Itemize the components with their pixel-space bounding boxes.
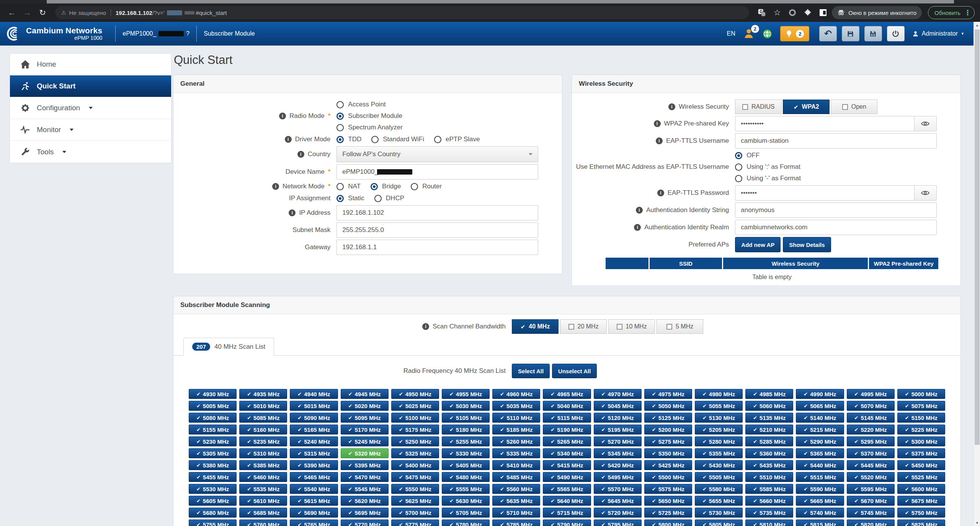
mac-format-colon[interactable]: Using ':' as Format — [735, 162, 800, 172]
frequency-button[interactable]: ✔5315 MHz — [290, 448, 338, 458]
device-name-input[interactable] — [336, 164, 538, 180]
frequency-button[interactable]: ✔4935 MHz — [239, 389, 287, 399]
frequency-button[interactable]: ✔5635 MHz — [492, 496, 540, 506]
frequency-button[interactable]: ✔5150 MHz — [897, 413, 945, 423]
frequency-button[interactable]: ✔5540 MHz — [290, 484, 338, 494]
frequency-button[interactable]: ✔5015 MHz — [290, 401, 338, 411]
frequency-button[interactable]: ✔5220 MHz — [847, 425, 895, 435]
bandwidth-5mhz-toggle[interactable]: 5 MHz — [657, 319, 703, 334]
frequency-button[interactable]: ✔5195 MHz — [594, 425, 642, 435]
bandwidth-10mhz-toggle[interactable]: 10 MHz — [608, 319, 655, 334]
info-icon[interactable]: i — [285, 136, 292, 143]
frequency-button[interactable]: ✔5170 MHz — [341, 425, 389, 435]
security-radius-toggle[interactable]: RADIUS — [735, 100, 782, 114]
frequency-button[interactable]: ✔5010 MHz — [239, 401, 287, 411]
frequency-button[interactable]: ✔5700 MHz — [391, 508, 439, 518]
frequency-button[interactable]: ✔5245 MHz — [341, 436, 389, 446]
frequency-button[interactable]: ✔5825 MHz — [897, 519, 945, 526]
frequency-button[interactable]: ✔5775 MHz — [391, 519, 439, 526]
extension-circle-icon[interactable] — [786, 6, 799, 19]
frequency-button[interactable]: ✔5520 MHz — [847, 472, 895, 482]
info-icon[interactable]: i — [279, 113, 286, 119]
frequency-button[interactable]: ✔5345 MHz — [594, 448, 642, 458]
frequency-button[interactable]: ✔5055 MHz — [695, 401, 743, 411]
show-details-button[interactable]: Show Details — [783, 237, 831, 252]
frequency-button[interactable]: ✔5805 MHz — [695, 519, 743, 526]
frequency-button[interactable]: ✔5675 MHz — [897, 496, 945, 506]
frequency-button[interactable]: ✔5695 MHz — [341, 508, 389, 518]
frequency-button[interactable]: ✔5130 MHz — [695, 413, 743, 423]
frequency-button[interactable]: ✔5230 MHz — [189, 436, 237, 446]
frequency-button[interactable]: ✔5120 MHz — [594, 413, 642, 423]
frequency-button[interactable]: ✔4945 MHz — [341, 389, 389, 399]
frequency-button[interactable]: ✔5060 MHz — [745, 401, 793, 411]
frequency-button[interactable]: ✔5050 MHz — [644, 401, 692, 411]
frequency-button[interactable]: ✔5510 MHz — [745, 472, 793, 482]
frequency-button[interactable]: ✔5670 MHz — [847, 496, 895, 506]
security-wpa2-toggle[interactable]: ✔WPA2 — [783, 100, 830, 114]
frequency-button[interactable]: ✔5665 MHz — [796, 496, 844, 506]
info-icon[interactable]: i — [289, 209, 296, 216]
users-button[interactable]: 2 — [743, 28, 755, 39]
frequency-button[interactable]: ✔5440 MHz — [796, 460, 844, 470]
sidebar-item-home[interactable]: Home — [10, 54, 171, 75]
ip-assignment-dhcp[interactable]: DHCP — [374, 193, 404, 203]
auth-identity-string-input[interactable] — [735, 203, 937, 218]
info-icon[interactable]: i — [272, 183, 279, 190]
frequency-button[interactable]: ✔5730 MHz — [695, 508, 743, 518]
frequency-button[interactable]: ✔5445 MHz — [847, 460, 895, 470]
frequency-button[interactable]: ✔5655 MHz — [695, 496, 743, 506]
frequency-button[interactable]: ✔5075 MHz — [897, 401, 945, 411]
frequency-button[interactable]: ✔5115 MHz — [543, 413, 591, 423]
bandwidth-20mhz-toggle[interactable]: 20 MHz — [560, 319, 607, 334]
frequency-button[interactable]: ✔4975 MHz — [644, 389, 692, 399]
frequency-button[interactable]: ✔5035 MHz — [492, 401, 540, 411]
frequency-button[interactable]: ✔5575 MHz — [644, 484, 692, 494]
sidebar-item-configuration[interactable]: Configuration — [10, 97, 171, 119]
subnet-mask-input[interactable] — [336, 222, 538, 238]
frequency-button[interactable]: ✔5185 MHz — [492, 425, 540, 435]
frequency-button[interactable]: ✔5685 MHz — [239, 508, 287, 518]
unselect-all-button[interactable]: Unselect All — [552, 364, 597, 378]
frequency-button[interactable]: ✔5725 MHz — [644, 508, 692, 518]
frequency-button[interactable]: ✔5360 MHz — [745, 448, 793, 458]
frequency-button[interactable]: ✔5490 MHz — [543, 472, 591, 482]
tab-40mhz-scan-list[interactable]: 207 40 MHz Scan List — [183, 338, 274, 356]
frequency-button[interactable]: ✔5705 MHz — [442, 508, 490, 518]
back-icon[interactable]: ← — [5, 6, 18, 19]
frequency-button[interactable]: ✔5125 MHz — [644, 413, 692, 423]
frequency-button[interactable]: ✔5740 MHz — [796, 508, 844, 518]
frequency-button[interactable]: ✔5500 MHz — [644, 472, 692, 482]
frequency-button[interactable]: ✔5480 MHz — [442, 472, 490, 482]
frequency-button[interactable]: ✔5205 MHz — [695, 425, 743, 435]
wpa2-psk-input[interactable] — [735, 116, 915, 131]
save-button[interactable] — [842, 26, 859, 41]
frequency-button[interactable]: ✔5155 MHz — [189, 425, 237, 435]
frequency-button[interactable]: ✔5395 MHz — [341, 460, 389, 470]
select-all-button[interactable]: Select All — [512, 364, 550, 378]
frequency-button[interactable]: ✔5475 MHz — [391, 472, 439, 482]
info-icon[interactable]: i — [297, 151, 304, 158]
frequency-button[interactable]: ✔5080 MHz — [189, 413, 237, 423]
frequency-button[interactable]: ✔5300 MHz — [897, 436, 945, 446]
frequency-button[interactable]: ✔4985 MHz — [745, 389, 793, 399]
network-mode-router[interactable]: Router — [411, 181, 442, 191]
frequency-button[interactable]: ✔5820 MHz — [847, 519, 895, 526]
gateway-input[interactable] — [336, 240, 538, 255]
frequency-button[interactable]: ✔5160 MHz — [239, 425, 287, 435]
extensions-puzzle-icon[interactable] — [801, 6, 814, 19]
frequency-button[interactable]: ✔5355 MHz — [695, 448, 743, 458]
frequency-button[interactable]: ✔5175 MHz — [391, 425, 439, 435]
frequency-button[interactable]: ✔5460 MHz — [239, 472, 287, 482]
frequency-button[interactable]: ✔5140 MHz — [796, 413, 844, 423]
frequency-button[interactable]: ✔5265 MHz — [543, 436, 591, 446]
frequency-button[interactable]: ✔5305 MHz — [189, 448, 237, 458]
frequency-button[interactable]: ✔4930 MHz — [189, 389, 237, 399]
frequency-button[interactable]: ✔5240 MHz — [290, 436, 338, 446]
driver-mode-tdd[interactable]: TDD — [336, 134, 361, 144]
frequency-button[interactable]: ✔5325 MHz — [391, 448, 439, 458]
kebab-menu-icon[interactable]: ⋮ — [964, 8, 971, 17]
frequency-button[interactable]: ✔5645 MHz — [594, 496, 642, 506]
frequency-button[interactable]: ✔5180 MHz — [442, 425, 490, 435]
browser-update-button[interactable]: Обновить ⋮ — [928, 6, 975, 19]
